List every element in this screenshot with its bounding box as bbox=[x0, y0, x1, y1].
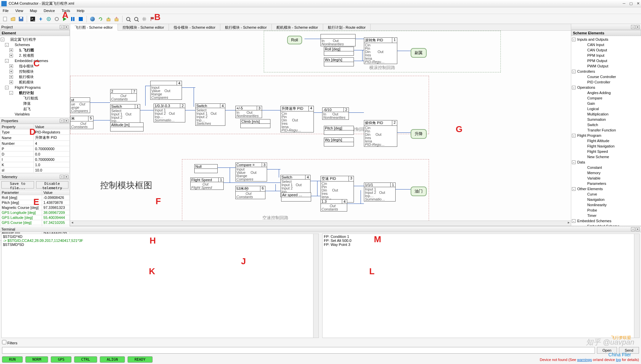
tree-item[interactable]: +2. 校准图 bbox=[1, 53, 69, 58]
editor-tab[interactable]: 航行计划 - Route editor bbox=[323, 24, 371, 30]
menu-view[interactable]: View bbox=[14, 8, 25, 13]
tree-item[interactable]: +航行模块 bbox=[1, 74, 69, 79]
block-pid-alt[interactable]: 升降速率 PID4 CinPinDin OutIresIenaPID-Regu… bbox=[280, 106, 314, 132]
settings-button[interactable] bbox=[53, 15, 60, 23]
export-button[interactable] bbox=[113, 15, 120, 23]
scheme-element-item[interactable]: Gain bbox=[572, 101, 640, 106]
block-null[interactable]: Null bbox=[194, 164, 218, 173]
tree-item[interactable]: -Embedded schemes bbox=[1, 58, 69, 63]
menu-map[interactable]: Map bbox=[28, 8, 38, 13]
tree-expand-icon[interactable]: - bbox=[572, 86, 576, 89]
filters-checkbox[interactable]: Filters bbox=[2, 341, 17, 345]
status-button-norm[interactable]: NORM bbox=[25, 356, 48, 363]
device-log-link[interactable]: log bbox=[616, 358, 621, 362]
new-button[interactable] bbox=[1, 15, 9, 23]
scheme-group[interactable]: - Embedded Schemes bbox=[572, 218, 640, 224]
prop-value[interactable]: 1.0 bbox=[34, 162, 70, 167]
panel-float-icon[interactable]: ▫ bbox=[60, 119, 64, 123]
disable-telemetry-button[interactable]: Disable telemetry bbox=[36, 181, 69, 189]
stop-button[interactable] bbox=[77, 15, 84, 23]
block-nonlinear-roll[interactable]: In OutNonlinearities bbox=[320, 34, 356, 46]
tree-item[interactable]: -Flight Programs bbox=[1, 85, 69, 90]
tree-expand-icon[interactable]: + bbox=[9, 48, 13, 52]
menu-file[interactable]: File bbox=[1, 8, 10, 13]
save-button[interactable] bbox=[17, 15, 25, 23]
terminal-log-left[interactable]: $STGID*4D-> $STGID,CCA42,28.09.2017,1124… bbox=[1, 234, 319, 338]
scheme-element-item[interactable]: Probe bbox=[572, 208, 640, 213]
tree-item[interactable]: 飞行航线 bbox=[1, 95, 69, 101]
scheme-element-item[interactable]: PID Controller bbox=[572, 79, 640, 85]
block-flight-speed[interactable]: Flight Speed1 OutFlight Speed bbox=[190, 177, 224, 190]
project-tree[interactable]: -固定翼飞行程序-Schemes+1. 飞行图+2. 校准图-Embedded … bbox=[0, 36, 70, 117]
scheme-element-item[interactable]: Flight Speed bbox=[572, 149, 640, 154]
block-pid-speed[interactable]: 空速 PID3 CinPinDin OutIresIenaPID-Regu… bbox=[320, 176, 354, 203]
scheme-element-item[interactable]: Parameters bbox=[572, 181, 640, 186]
panel-close-icon[interactable]: × bbox=[64, 119, 68, 123]
block-const-left[interactable]: 米5 OutConstants bbox=[70, 116, 93, 129]
panel-close-icon[interactable]: × bbox=[64, 25, 68, 29]
output-aileron[interactable]: 副翼 bbox=[411, 48, 427, 58]
block-sum-1[interactable]: 1/0.3/-0.32 Input 1Input 2 OutInp…Summat… bbox=[154, 103, 185, 122]
scheme-element-item[interactable]: Flight Altitude bbox=[572, 138, 640, 143]
tree-item[interactable]: +控制模块 bbox=[1, 69, 69, 74]
prop-value[interactable]: 0.70000000 bbox=[34, 146, 70, 151]
refresh-button[interactable] bbox=[97, 15, 104, 23]
scrollbar-v[interactable] bbox=[313, 234, 318, 338]
tree-item[interactable]: -Schemes bbox=[1, 42, 69, 47]
panel-float-icon[interactable]: ▫ bbox=[631, 227, 635, 231]
tree-expand-icon[interactable]: + bbox=[9, 64, 13, 68]
zoom-out-button[interactable] bbox=[133, 15, 140, 23]
properties-table[interactable]: PropertyValue TypePID-RegulatorsName升降速率… bbox=[0, 124, 70, 173]
panel-float-icon[interactable]: ▫ bbox=[631, 25, 635, 29]
tree-item[interactable]: +1. 飞行图 bbox=[1, 47, 69, 53]
block-wy[interactable]: Wy [deg/s] bbox=[324, 137, 354, 146]
tree-expand-icon[interactable]: + bbox=[9, 80, 13, 84]
editor-tab[interactable]: 飞行图 - Scheme editor bbox=[70, 24, 118, 31]
prop-value[interactable]: 升降速率 PID bbox=[34, 135, 70, 141]
editor-tab[interactable]: 航行模块 - Scheme editor bbox=[220, 24, 272, 30]
tree-item[interactable]: -固定翼飞行程序 bbox=[1, 37, 69, 42]
tree-expand-icon[interactable]: - bbox=[5, 86, 9, 89]
status-button-run[interactable]: RUN bbox=[2, 356, 23, 363]
block-const-53[interactable]: 53米/秒6 OutConstants bbox=[235, 186, 265, 199]
scheme-element-item[interactable]: PWM Output bbox=[572, 63, 640, 69]
scheme-element-item[interactable]: Logical bbox=[572, 106, 640, 111]
terminal-log-right[interactable]: FP: Condition 1FP: Set Alt 500.0FP: Way … bbox=[322, 234, 640, 338]
send-button[interactable]: Send bbox=[619, 347, 639, 354]
console-button[interactable]: >_ bbox=[29, 15, 36, 23]
gear-button[interactable] bbox=[45, 15, 52, 23]
tree-expand-icon[interactable]: + bbox=[9, 70, 13, 73]
block-altitude[interactable]: Altitude [m] bbox=[110, 122, 144, 131]
scheme-element-item[interactable]: New Scheme bbox=[572, 154, 640, 159]
block-pm5[interactable]: +/-53In OutNonlinearities bbox=[235, 106, 262, 118]
minimize-button[interactable]: ─ bbox=[623, 1, 625, 6]
menu-tools[interactable]: Tools bbox=[60, 8, 71, 13]
tree-expand-icon[interactable]: - bbox=[1, 38, 4, 41]
scheme-element-item[interactable]: Memory bbox=[572, 170, 640, 175]
open-button[interactable] bbox=[9, 15, 17, 23]
prop-value[interactable]: 10.0 bbox=[34, 167, 70, 173]
editor-tab[interactable]: 控制模块 - Scheme editor bbox=[118, 24, 169, 30]
status-button-gps[interactable]: GPS bbox=[51, 356, 71, 363]
block-compare-3[interactable]: Compare =3 InputValue OutRangeCompares bbox=[235, 162, 267, 181]
scheme-element-item[interactable]: Nonlinearity bbox=[572, 202, 640, 208]
scheme-element-item[interactable]: CAN Input bbox=[572, 42, 640, 47]
output-elevator[interactable]: 升降 bbox=[411, 129, 427, 139]
scheme-element-item[interactable]: Flight Navigation bbox=[572, 143, 640, 149]
maximize-button[interactable]: ▢ bbox=[629, 1, 633, 6]
block-wx[interactable]: Wx [deg/s] bbox=[324, 57, 354, 66]
scheme-element-item[interactable]: Curve bbox=[572, 192, 640, 197]
close-button[interactable]: ✕ bbox=[637, 1, 640, 6]
output-throttle[interactable]: 油门 bbox=[411, 187, 427, 196]
scheme-group[interactable]: - Other Elements bbox=[572, 186, 640, 192]
tree-expand-icon[interactable]: - bbox=[572, 70, 576, 73]
tree-item[interactable]: +舵机模块 bbox=[1, 79, 69, 85]
scheme-group[interactable]: - Controllers bbox=[572, 69, 640, 74]
panel-close-icon[interactable]: × bbox=[636, 25, 640, 29]
tree-expand-icon[interactable]: - bbox=[572, 160, 576, 164]
scheme-element-item[interactable]: Navigation bbox=[572, 197, 640, 202]
grid-button[interactable] bbox=[141, 15, 148, 23]
tree-item[interactable]: 降落 bbox=[1, 101, 69, 106]
scheme-canvas[interactable]: 横滚控制回路 Roll In OutNonlinearities Roll [d… bbox=[70, 31, 571, 221]
block-airspeed[interactable]: Air speed … bbox=[281, 193, 311, 202]
